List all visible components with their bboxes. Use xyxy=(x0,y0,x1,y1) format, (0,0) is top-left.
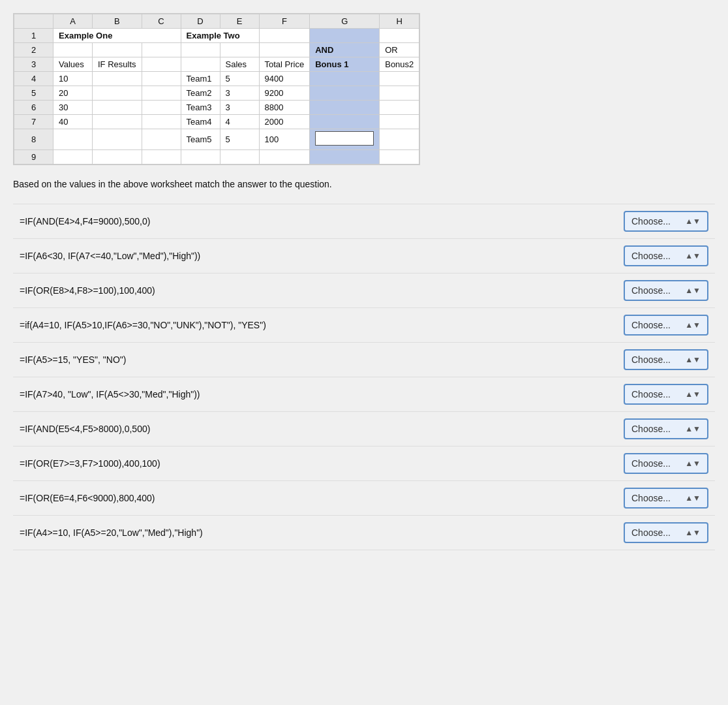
cell-e7: 4 xyxy=(220,115,259,129)
cell-e5: 3 xyxy=(220,86,259,101)
table-row: 8 Team5 5 100 xyxy=(14,129,419,150)
row-num-8: 8 xyxy=(14,129,53,150)
choose-dropdown-10[interactable]: Choose...▲▼ xyxy=(624,522,708,543)
description-text: Based on the values in the above workshe… xyxy=(13,179,715,189)
cell-g6 xyxy=(310,101,380,115)
formula-text-7: =IF(AND(E5<4,F5>8000),0,500) xyxy=(13,424,624,434)
cell-b6 xyxy=(93,101,142,115)
formula-text-10: =IF(A4>=10, IF(A5>=20,"Low","Med"),"High… xyxy=(13,527,624,538)
cell-e3: Sales xyxy=(220,57,259,72)
col-header-b: B xyxy=(93,14,142,29)
formula-text-1: =IF(AND(E4>4,F4=9000),500,0) xyxy=(13,216,624,227)
cell-d7: Team4 xyxy=(181,115,220,129)
col-header-g: G xyxy=(310,14,380,29)
cell-a9 xyxy=(53,150,93,164)
dropdown-arrow-icon-6: ▲▼ xyxy=(685,390,701,399)
row-num-7: 7 xyxy=(14,115,53,129)
question-row-5: =IF(A5>=15, "YES", "NO")Choose...▲▼ xyxy=(13,343,715,377)
col-header-e: E xyxy=(220,14,259,29)
cell-h8 xyxy=(380,129,419,150)
choose-dropdown-9[interactable]: Choose...▲▼ xyxy=(624,488,708,509)
cell-a3: Values xyxy=(53,57,93,72)
formula-text-3: =IF(OR(E8>4,F8>=100),100,400) xyxy=(13,285,624,296)
row-num-6: 6 xyxy=(14,101,53,115)
cell-c4 xyxy=(142,72,181,86)
cell-b2 xyxy=(93,43,142,57)
question-row-3: =IF(OR(E8>4,F8>=100),100,400)Choose...▲▼ xyxy=(13,274,715,308)
choose-dropdown-7[interactable]: Choose...▲▼ xyxy=(624,418,708,439)
cell-f4: 9400 xyxy=(259,72,310,86)
cell-g5 xyxy=(310,86,380,101)
question-row-9: =IF(OR(E6=4,F6<9000),800,400)Choose...▲▼ xyxy=(13,481,715,516)
choose-label-7: Choose... xyxy=(631,424,671,434)
cell-e4: 5 xyxy=(220,72,259,86)
cell-f9 xyxy=(259,150,310,164)
table-row: 4 10 Team1 5 9400 xyxy=(14,72,419,86)
cell-h4 xyxy=(380,72,419,86)
cell-g2: AND xyxy=(310,43,380,57)
dropdown-arrow-icon-9: ▲▼ xyxy=(685,494,701,503)
cell-a1: Example One xyxy=(53,29,181,43)
cell-h5 xyxy=(380,86,419,101)
formula-text-4: =if(A4=10, IF(A5>10,IF(A6>=30,"NO","UNK"… xyxy=(13,320,624,330)
choose-label-4: Choose... xyxy=(631,320,671,330)
cell-c9 xyxy=(142,150,181,164)
col-header-d: D xyxy=(181,14,220,29)
cell-d1: Example Two xyxy=(181,29,259,43)
col-header-f: F xyxy=(259,14,310,29)
cell-h1 xyxy=(380,29,419,43)
choose-dropdown-4[interactable]: Choose...▲▼ xyxy=(624,315,708,336)
cell-a5: 20 xyxy=(53,86,93,101)
cell-h2: OR xyxy=(380,43,419,57)
formula-text-6: =IF(A7>40, "Low", IF(A5<>30,"Med","High"… xyxy=(13,389,624,400)
choose-label-1: Choose... xyxy=(631,216,671,227)
questions-section: =IF(AND(E4>4,F4=9000),500,0)Choose...▲▼=… xyxy=(13,204,715,550)
choose-dropdown-1[interactable]: Choose...▲▼ xyxy=(624,211,708,232)
cell-a8 xyxy=(53,129,93,150)
question-row-1: =IF(AND(E4>4,F4=9000),500,0)Choose...▲▼ xyxy=(13,204,715,239)
row-num-9: 9 xyxy=(14,150,53,164)
dropdown-arrow-icon-4: ▲▼ xyxy=(685,321,701,330)
cell-b7 xyxy=(93,115,142,129)
cell-c2 xyxy=(142,43,181,57)
cell-a4: 10 xyxy=(53,72,93,86)
table-row: 7 40 Team4 4 2000 xyxy=(14,115,419,129)
choose-dropdown-3[interactable]: Choose...▲▼ xyxy=(624,280,708,301)
cell-h7 xyxy=(380,115,419,129)
row-num-5: 5 xyxy=(14,86,53,101)
cell-a2 xyxy=(53,43,93,57)
cell-f1 xyxy=(259,29,310,43)
question-row-6: =IF(A7>40, "Low", IF(A5<>30,"Med","High"… xyxy=(13,377,715,412)
g8-input-box[interactable] xyxy=(315,131,374,146)
cell-d4: Team1 xyxy=(181,72,220,86)
cell-g9 xyxy=(310,150,380,164)
formula-text-8: =IF(OR(E7>=3,F7>1000),400,100) xyxy=(13,458,624,469)
cell-h6 xyxy=(380,101,419,115)
choose-label-2: Choose... xyxy=(631,251,671,261)
cell-f7: 2000 xyxy=(259,115,310,129)
choose-dropdown-8[interactable]: Choose...▲▼ xyxy=(624,453,708,474)
cell-g3: Bonus 1 xyxy=(310,57,380,72)
cell-d2 xyxy=(181,43,220,57)
choose-dropdown-5[interactable]: Choose...▲▼ xyxy=(624,349,708,370)
corner-cell xyxy=(14,14,53,29)
choose-label-10: Choose... xyxy=(631,527,671,538)
dropdown-arrow-icon-8: ▲▼ xyxy=(685,459,701,468)
cell-b9 xyxy=(93,150,142,164)
cell-d9 xyxy=(181,150,220,164)
choose-dropdown-2[interactable]: Choose...▲▼ xyxy=(624,245,708,266)
cell-c7 xyxy=(142,115,181,129)
cell-f5: 9200 xyxy=(259,86,310,101)
row-num-1: 1 xyxy=(14,29,53,43)
cell-e9 xyxy=(220,150,259,164)
dropdown-arrow-icon-7: ▲▼ xyxy=(685,424,701,433)
cell-a7: 40 xyxy=(53,115,93,129)
col-header-c: C xyxy=(142,14,181,29)
cell-d5: Team2 xyxy=(181,86,220,101)
dropdown-arrow-icon-3: ▲▼ xyxy=(685,286,701,295)
formula-text-9: =IF(OR(E6=4,F6<9000),800,400) xyxy=(13,493,624,503)
choose-label-8: Choose... xyxy=(631,458,671,469)
cell-e8: 5 xyxy=(220,129,259,150)
choose-dropdown-6[interactable]: Choose...▲▼ xyxy=(624,384,708,405)
cell-c3 xyxy=(142,57,181,72)
